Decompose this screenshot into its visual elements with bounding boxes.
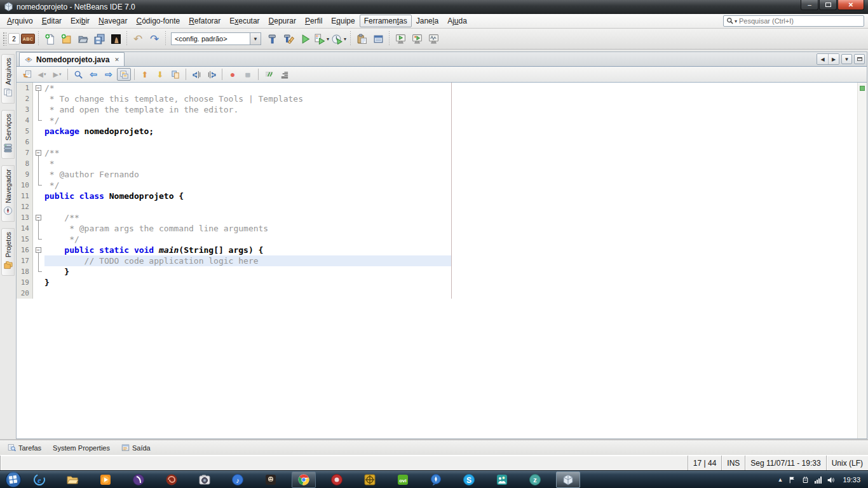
code-text[interactable]: * To change this template, choose Tools … bbox=[44, 93, 857, 104]
window-button[interactable] bbox=[370, 31, 386, 46]
skype-icon[interactable]: S bbox=[457, 471, 481, 488]
code-line[interactable]: 1−/* bbox=[17, 83, 857, 93]
code-line[interactable]: 13− /** bbox=[17, 212, 857, 223]
scroll-tabs-left-button[interactable]: ◀ bbox=[817, 54, 828, 64]
sidebar-tab-navegador[interactable]: Navegador bbox=[1, 165, 15, 222]
fold-margin[interactable]: − bbox=[33, 83, 44, 93]
compass-bubble-icon[interactable] bbox=[424, 471, 448, 488]
redo-button[interactable]: ↷ bbox=[147, 31, 162, 46]
show-hidden-icons[interactable]: ▲ bbox=[778, 477, 783, 483]
code-line[interactable]: 5package nomedoprojeto; bbox=[17, 126, 857, 137]
ovi-icon[interactable]: ovi bbox=[391, 471, 415, 488]
menu-navegar[interactable]: Navegar bbox=[94, 15, 132, 27]
clean-build-button[interactable] bbox=[281, 31, 296, 46]
fold-margin[interactable]: − bbox=[33, 212, 44, 223]
profile-ide-monitor-button[interactable] bbox=[426, 31, 441, 46]
menu-equipe[interactable]: Equipe bbox=[327, 15, 359, 27]
code-text[interactable]: package nomedoprojeto; bbox=[44, 126, 857, 137]
uncomment-button[interactable] bbox=[277, 68, 291, 81]
shift-right-button[interactable] bbox=[205, 68, 219, 81]
debug-ide-monitor-button[interactable] bbox=[409, 31, 424, 46]
fold-margin[interactable]: − bbox=[33, 245, 44, 255]
search-scope-dropdown-icon[interactable]: ▾ bbox=[735, 18, 737, 24]
code-line[interactable]: 9 * @author Fernando bbox=[17, 169, 857, 180]
netbeans-icon[interactable] bbox=[556, 471, 580, 488]
code-text[interactable]: } bbox=[44, 266, 857, 277]
code-text[interactable]: public static void main(String[] args) { bbox=[44, 245, 857, 255]
code-line[interactable]: 19} bbox=[17, 277, 857, 288]
minimize-button[interactable]: – bbox=[801, 0, 818, 10]
photo-viewer-icon[interactable] bbox=[193, 471, 217, 488]
paste-clipboard-button[interactable] bbox=[354, 31, 369, 46]
code-line[interactable]: 10 */ bbox=[17, 180, 857, 191]
windows-explorer-icon[interactable] bbox=[60, 471, 85, 488]
code-text[interactable] bbox=[44, 288, 857, 299]
code-text[interactable]: */ bbox=[44, 180, 857, 191]
code-text[interactable]: */ bbox=[44, 234, 857, 245]
code-line[interactable]: 4 */ bbox=[17, 115, 857, 126]
quick-search[interactable]: ▾ bbox=[723, 15, 864, 27]
code-text[interactable] bbox=[44, 201, 857, 212]
code-text[interactable]: * @param args the command line arguments bbox=[44, 223, 857, 234]
tab-list-dropdown-button[interactable]: ▼ bbox=[841, 54, 852, 64]
fold-margin[interactable]: − bbox=[33, 147, 44, 158]
abc-button[interactable]: ABC bbox=[21, 34, 35, 44]
menu-ajuda[interactable]: Ajuda bbox=[443, 15, 471, 27]
code-text[interactable]: } bbox=[44, 277, 857, 288]
gold-target-app-icon[interactable] bbox=[358, 471, 382, 488]
start-button[interactable] bbox=[5, 471, 22, 488]
error-stripe[interactable] bbox=[857, 83, 867, 438]
debug-project-button[interactable]: ▾ bbox=[314, 31, 330, 46]
dark-app-icon[interactable] bbox=[259, 471, 283, 488]
dropdown-arrow-icon[interactable]: ▼ bbox=[250, 33, 261, 44]
editor-tab-nomedoprojeto[interactable]: Nomedoprojeto.java ✕ bbox=[19, 52, 125, 66]
code-line[interactable]: 3 * and open the template in the editor. bbox=[17, 104, 857, 115]
toggle-highlight-button[interactable] bbox=[117, 68, 131, 81]
music-player-icon[interactable]: ♪ bbox=[226, 471, 250, 488]
code-line[interactable]: 8 * bbox=[17, 158, 857, 169]
find-selection-button[interactable] bbox=[71, 68, 85, 81]
code-line[interactable]: 20 bbox=[17, 288, 857, 299]
menu-ferramentas[interactable]: Ferramentas bbox=[360, 15, 412, 27]
scroll-tabs-right-button[interactable]: ▶ bbox=[828, 54, 839, 64]
find-next-button[interactable]: ⇨ bbox=[102, 68, 116, 81]
menu-exibir[interactable]: Exibir bbox=[66, 15, 94, 27]
action-center-flag-icon[interactable] bbox=[788, 476, 796, 484]
sidebar-tab-servios[interactable]: Serviços bbox=[1, 110, 15, 159]
code-text[interactable]: * and open the template in the editor. bbox=[44, 104, 857, 115]
previous-bookmark-button[interactable]: ⬆ bbox=[138, 68, 152, 81]
code-text[interactable]: * @author Fernando bbox=[44, 169, 857, 180]
code-line[interactable]: 17 // TODO code application logic here bbox=[17, 255, 857, 266]
code-text[interactable]: public class Nomedoprojeto { bbox=[44, 191, 857, 201]
menu-perfil[interactable]: Perfil bbox=[301, 15, 327, 27]
code-line[interactable]: 2 * To change this template, choose Tool… bbox=[17, 93, 857, 104]
menu-editar[interactable]: Editar bbox=[37, 15, 66, 27]
code-text[interactable]: * bbox=[44, 158, 857, 169]
dropdown-arrow-icon[interactable]: ▾ bbox=[59, 72, 62, 77]
code-line[interactable]: 6 bbox=[17, 137, 857, 147]
network-signal-icon[interactable] bbox=[815, 477, 822, 484]
forward-button[interactable]: ▶▾ bbox=[50, 68, 64, 81]
zune-icon[interactable]: z bbox=[523, 471, 547, 488]
bittorrent-icon[interactable] bbox=[126, 471, 151, 488]
code-line[interactable]: 7−/** bbox=[17, 147, 857, 158]
volume-icon[interactable] bbox=[827, 476, 835, 484]
keyboard-2-button[interactable]: 2 bbox=[8, 33, 20, 44]
chrome-icon[interactable] bbox=[292, 471, 316, 488]
toggle-bookmark-button[interactable] bbox=[168, 68, 182, 81]
dock-tab-tarefas[interactable]: Tarefas bbox=[3, 442, 46, 454]
start-macro-button[interactable]: ● bbox=[226, 68, 240, 81]
next-bookmark-button[interactable]: ⬇ bbox=[153, 68, 167, 81]
menu-depurar[interactable]: Depurar bbox=[264, 15, 301, 27]
menu-executar[interactable]: Executar bbox=[225, 15, 264, 27]
code-text[interactable]: /** bbox=[44, 212, 857, 223]
code-text[interactable]: /* bbox=[44, 83, 857, 93]
menu-cdigofonte[interactable]: Código-fonte bbox=[132, 15, 184, 27]
dock-tab-sa-da[interactable]: Saída bbox=[116, 442, 156, 454]
search-input[interactable] bbox=[739, 17, 861, 25]
stop-macro-button[interactable]: ■ bbox=[241, 68, 255, 81]
code-line[interactable]: 14 * @param args the command line argume… bbox=[17, 223, 857, 234]
code-text[interactable] bbox=[44, 137, 857, 147]
red-swirl-app-icon[interactable] bbox=[159, 471, 184, 488]
menu-janela[interactable]: Janela bbox=[412, 15, 443, 27]
